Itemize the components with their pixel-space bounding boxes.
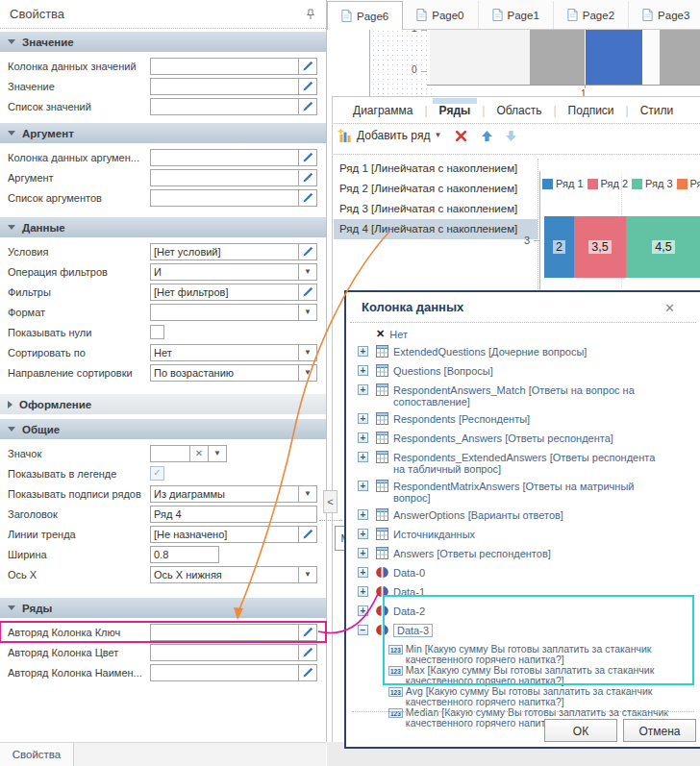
property-dropdown[interactable] <box>150 263 299 281</box>
series-item-3[interactable]: Ряд 3 [Линейчатая с накоплением] <box>334 199 538 219</box>
dropdown-caret-button[interactable]: ▼ <box>299 566 317 583</box>
tree-item-max[interactable]: 123Max [Какую сумму Вы готовы заплатить … <box>388 665 685 685</box>
tree-item-extendedquestions[interactable]: ExtendedQuestions [Дочерние вопросы] <box>358 346 685 359</box>
series-item-2[interactable]: Ряд 2 [Линейчатая с накоплением] <box>334 179 538 199</box>
autoseries-key-input[interactable] <box>150 624 299 641</box>
edit-pencil-button[interactable] <box>299 624 317 641</box>
edit-pencil-button[interactable] <box>299 526 317 543</box>
tree-item-data-source[interactable]: Источникданных <box>358 529 685 542</box>
property-input[interactable] <box>150 644 299 661</box>
expand-plus-icon[interactable] <box>358 586 368 597</box>
edit-pencil-button[interactable] <box>299 149 317 166</box>
cancel-button[interactable]: Отмена <box>623 719 696 742</box>
bar-segment-series2[interactable]: 3,5 <box>574 216 626 278</box>
expand-plus-icon[interactable] <box>358 567 368 578</box>
canvas-bar-gray[interactable] <box>530 30 585 86</box>
tree-item-min[interactable]: 123Min [Какую сумму Вы готовы заплатить … <box>388 644 685 664</box>
series-item-4-selected[interactable]: Ряд 4 [Линейчатая с накоплением] <box>334 219 538 239</box>
tree-item-avg[interactable]: 123Avg [Какую сумму Вы готовы заплатить … <box>388 686 685 706</box>
bar-segment-series1[interactable]: 2 <box>544 216 574 278</box>
property-dropdown[interactable] <box>150 364 299 382</box>
property-input[interactable] <box>150 78 299 95</box>
property-input[interactable] <box>150 284 299 301</box>
dropdown-caret-button[interactable]: ▼ <box>299 485 317 503</box>
delete-series-icon[interactable] <box>455 130 467 142</box>
expand-plus-icon[interactable] <box>358 365 368 376</box>
property-dropdown[interactable] <box>150 344 299 361</box>
tree-item-data-1[interactable]: Data-1 <box>358 586 685 600</box>
dropdown-caret-button[interactable]: ▼ <box>299 364 317 382</box>
bar-segment-series3[interactable]: 4,5 <box>626 216 700 278</box>
tab-series[interactable]: Ряды <box>429 99 482 122</box>
edit-pencil-button[interactable] <box>299 284 317 301</box>
show-in-legend-checkbox[interactable]: ✓ <box>150 466 164 481</box>
property-input[interactable] <box>150 526 299 543</box>
tree-item-respondents[interactable]: Respondents [Респонденты] <box>358 413 685 427</box>
tree-item-respondents-extendedanswers[interactable]: Respondents_ExtendedAnswers [Ответы респ… <box>358 452 685 475</box>
tab-diagram[interactable]: Диаграмма <box>342 99 423 122</box>
section-header-argument[interactable]: Аргумент <box>0 123 326 143</box>
move-up-icon[interactable] <box>481 130 493 142</box>
property-dropdown[interactable] <box>150 485 299 503</box>
expand-plus-icon[interactable] <box>358 413 368 424</box>
show-zeros-checkbox[interactable] <box>150 325 164 339</box>
canvas-bar-light[interactable] <box>430 30 530 86</box>
tree-item-questions[interactable]: Questions [Вопросы] <box>358 365 685 379</box>
expand-plus-icon[interactable] <box>358 548 368 558</box>
section-header-data[interactable]: Данные <box>0 217 326 237</box>
property-input[interactable] <box>150 664 299 681</box>
tab-page0[interactable]: Page0 <box>403 1 478 29</box>
tab-page6[interactable]: Page6 <box>327 1 403 30</box>
edit-pencil-button[interactable] <box>299 78 317 95</box>
tab-page3[interactable]: Page3 <box>629 1 700 29</box>
dropdown-caret-button[interactable]: ▼ <box>299 304 317 321</box>
tab-properties-bottom[interactable]: Свойства <box>0 743 74 766</box>
collapse-panel-button[interactable]: < <box>323 490 338 513</box>
tree-item-respondents-answers[interactable]: Respondents_Answers [Ответы респондента] <box>358 432 685 446</box>
expand-plus-icon[interactable] <box>358 529 368 539</box>
add-series-dropdown-caret[interactable]: ▼ <box>434 132 441 139</box>
dropdown-caret-button[interactable]: ▼ <box>299 344 317 361</box>
close-icon[interactable]: ✕ <box>664 301 675 315</box>
icon-picker-input[interactable] <box>150 445 190 462</box>
property-dropdown[interactable] <box>150 304 299 321</box>
tab-area[interactable]: Область <box>486 99 552 122</box>
tree-item-answers[interactable]: Answers [Ответы респондентов] <box>358 548 685 561</box>
add-series-button[interactable]: Добавить ряд <box>357 129 430 142</box>
edit-pencil-button[interactable] <box>299 644 317 661</box>
section-header-general[interactable]: Общие <box>0 419 326 439</box>
edit-pencil-button[interactable] <box>299 58 317 75</box>
pin-icon[interactable] <box>305 9 316 20</box>
property-dropdown[interactable] <box>150 566 299 583</box>
tab-page2[interactable]: Page2 <box>554 1 629 29</box>
tree-item-none[interactable]: ✕Нет <box>358 329 685 340</box>
dropdown-caret-button[interactable]: ▼ <box>209 445 227 462</box>
expand-plus-icon[interactable] <box>358 384 368 395</box>
width-input[interactable] <box>150 546 219 563</box>
section-header-series[interactable]: Ряды <box>0 598 326 618</box>
tab-page1[interactable]: Page1 <box>479 1 554 29</box>
property-input[interactable] <box>150 243 299 260</box>
series-title-input[interactable] <box>150 506 317 523</box>
tree-item-data-2[interactable]: Data-2 <box>358 605 685 619</box>
edit-pencil-button[interactable] <box>299 664 317 681</box>
tree-item-data-0[interactable]: Data-0 <box>358 567 685 581</box>
tree-item-respondentmatrixanswers[interactable]: RespondentMatrixAnswers [Ответы на матри… <box>358 481 685 504</box>
property-input[interactable] <box>150 189 299 207</box>
clear-icon-button[interactable]: ✕ <box>190 445 209 462</box>
expand-plus-icon[interactable] <box>358 509 368 520</box>
canvas-bar-gray2[interactable] <box>660 30 700 86</box>
property-input[interactable] <box>150 169 299 186</box>
edit-pencil-button[interactable] <box>299 243 317 260</box>
tree-item-data-3[interactable]: Data-3 <box>358 625 685 638</box>
move-down-icon[interactable] <box>505 130 517 142</box>
ok-button[interactable]: ОК <box>544 719 617 742</box>
expand-plus-icon[interactable] <box>358 481 368 491</box>
section-header-value[interactable]: Значение <box>0 32 326 52</box>
edit-pencil-button[interactable] <box>299 189 317 207</box>
property-input[interactable] <box>150 149 299 166</box>
series-item-1[interactable]: Ряд 1 [Линейчатая с накоплением] <box>334 159 538 179</box>
canvas-bar-blue[interactable] <box>586 30 642 86</box>
expand-plus-icon[interactable] <box>358 432 368 443</box>
section-header-appearance[interactable]: Оформление <box>0 394 326 414</box>
